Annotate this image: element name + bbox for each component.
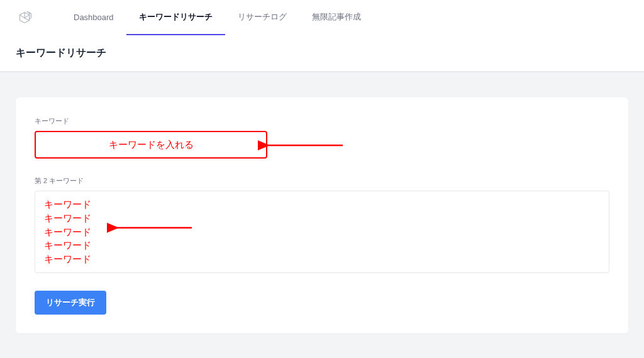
second-keyword-line: キーワード	[44, 198, 600, 211]
second-keyword-textarea[interactable]: キーワード キーワード キーワード キーワード キーワード	[35, 191, 609, 273]
research-form-card: キーワード キーワードを入れる	[16, 98, 628, 333]
second-keyword-line: キーワード	[44, 211, 600, 225]
second-keyword-line: キーワード	[44, 252, 600, 266]
nav-keyword-research[interactable]: キーワードリサーチ	[126, 0, 225, 35]
nav-infinite-article[interactable]: 無限記事作成	[299, 0, 374, 35]
second-keyword-line: キーワード	[44, 225, 600, 239]
second-keyword-line: キーワード	[44, 238, 600, 252]
nav-research-log[interactable]: リサーチログ	[225, 0, 299, 35]
keyword-annotation-text: キーワードを入れる	[109, 139, 194, 151]
second-keyword-label: 第 2 キーワード	[35, 176, 609, 186]
keyword-label: キーワード	[35, 116, 609, 126]
nav-dashboard[interactable]: Dashboard	[61, 0, 126, 35]
laravel-logo-icon	[16, 8, 36, 28]
research-submit-button[interactable]: リサーチ実行	[35, 291, 106, 315]
arrow-annotation-1	[258, 140, 346, 151]
app-logo[interactable]	[16, 8, 36, 28]
keyword-input[interactable]: キーワードを入れる	[35, 131, 267, 159]
page-title: キーワードリサーチ	[16, 47, 628, 60]
